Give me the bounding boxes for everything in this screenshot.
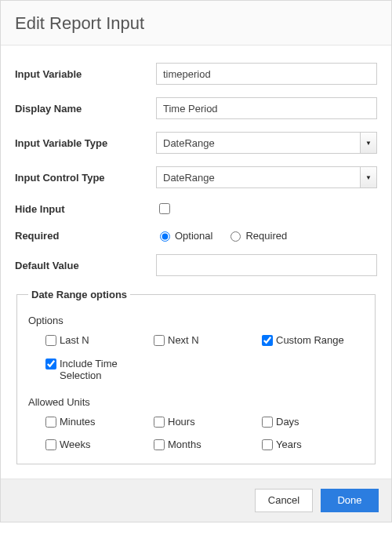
option-include-time[interactable]: Include Time Selection [45, 358, 147, 382]
option-next-n-label: Next N [168, 334, 199, 347]
unit-months-label: Months [168, 439, 201, 451]
input-variable-type-select[interactable]: DateRange ▼ [156, 132, 377, 154]
display-name-field[interactable] [156, 97, 377, 119]
option-next-n[interactable]: Next N [154, 334, 256, 347]
unit-minutes[interactable]: Minutes [45, 416, 147, 428]
label-input-variable: Input Variable [15, 68, 156, 80]
unit-weeks[interactable]: Weeks [45, 439, 147, 451]
option-last-n-label: Last N [60, 334, 89, 347]
dialog-footer: Cancel Done [1, 479, 391, 522]
allowed-units-heading: Allowed Units [28, 396, 364, 408]
dialog-body: Input Variable Display Name Input Variab… [1, 46, 391, 479]
chevron-down-icon: ▼ [360, 167, 376, 187]
label-required: Required [15, 230, 156, 242]
required-required-radio[interactable]: Required [227, 229, 287, 242]
label-display-name: Display Name [15, 103, 156, 115]
options-heading: Options [28, 315, 364, 326]
done-button[interactable]: Done [321, 489, 379, 512]
option-custom-range[interactable]: Custom Range [262, 334, 364, 347]
default-value-field[interactable] [156, 254, 377, 276]
required-optional-label: Optional [175, 230, 212, 242]
unit-days-label: Days [276, 416, 299, 428]
label-default-value: Default Value [15, 260, 156, 271]
date-range-options-group: Date Range options Options Last N Next N… [16, 289, 376, 464]
unit-years-label: Years [276, 439, 302, 451]
unit-days[interactable]: Days [262, 416, 364, 428]
unit-hours-label: Hours [168, 416, 195, 428]
dialog-edit-report-input: Edit Report Input Input Variable Display… [0, 0, 392, 522]
input-variable-field[interactable] [156, 63, 377, 85]
dialog-header: Edit Report Input [1, 1, 391, 46]
cancel-button[interactable]: Cancel [255, 489, 313, 512]
option-custom-range-label: Custom Range [276, 334, 344, 347]
label-input-variable-type: Input Variable Type [15, 137, 156, 149]
required-optional-radio[interactable]: Optional [156, 229, 212, 242]
input-control-type-value: DateRange [163, 172, 215, 184]
unit-months[interactable]: Months [154, 439, 256, 451]
dialog-title: Edit Report Input [15, 13, 377, 34]
input-variable-type-value: DateRange [163, 137, 215, 149]
date-range-options-legend: Date Range options [28, 289, 130, 300]
required-required-label: Required [245, 230, 287, 242]
option-include-time-label: Include Time Selection [60, 358, 147, 382]
unit-minutes-label: Minutes [60, 416, 96, 428]
label-hide-input: Hide Input [15, 203, 156, 215]
chevron-down-icon: ▼ [360, 133, 376, 153]
label-input-control-type: Input Control Type [15, 172, 156, 184]
option-last-n[interactable]: Last N [45, 334, 147, 347]
hide-input-checkbox[interactable] [159, 203, 170, 214]
unit-hours[interactable]: Hours [154, 416, 256, 428]
unit-years[interactable]: Years [262, 439, 364, 451]
unit-weeks-label: Weeks [60, 439, 91, 451]
input-control-type-select[interactable]: DateRange ▼ [156, 166, 377, 188]
